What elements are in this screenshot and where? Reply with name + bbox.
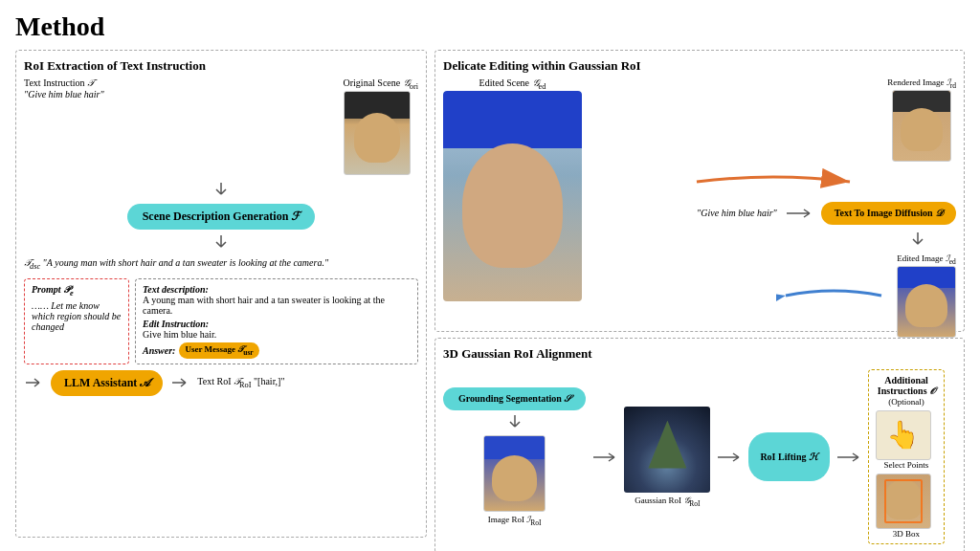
roi-lifting-box: RoI Lifting ℋ (748, 432, 830, 481)
bottom-right-panel: 3D Gaussian RoI Alignment Grounding Segm… (434, 338, 965, 551)
user-message-box: Text description: A young man with short… (135, 278, 418, 364)
select-points-label: Select Points (876, 460, 937, 470)
text-desc-content: A young man with short hair and a tan sw… (143, 295, 411, 316)
original-scene-image (344, 91, 411, 175)
box-3d-block: 3D Box (876, 474, 937, 539)
edited-image-label: Edited Image ℐed (897, 253, 956, 266)
text-to-image-box: Text To Image Diffusion 𝒟 (821, 202, 956, 225)
additional-label: Additional (876, 375, 937, 386)
arrow-down-1 (24, 181, 418, 200)
edited-image-row: Edited Image ℐed (590, 253, 956, 338)
right-panel: Delicate Editing within Gaussian RoI Edi… (434, 50, 965, 538)
bottom-right-section-title: 3D Gaussian RoI Alignment (443, 346, 956, 362)
left-panel: RoI Extraction of Text Instruction Text … (15, 50, 427, 538)
rendered-image-block: Rendered Image ℐrd (887, 77, 956, 162)
image-roi-image (483, 435, 546, 512)
orange-arrow-block (590, 167, 956, 196)
edited-scene-image (443, 91, 582, 301)
user-message-label: User Message 𝒯usr (179, 342, 258, 359)
answer-bold: Answer: (143, 345, 175, 356)
left-section-title: RoI Extraction of Text Instruction (24, 58, 418, 74)
llm-assistant-box: LLM Assistant 𝒜 (51, 370, 163, 396)
top-right-content: Edited Scene 𝒢ed Rendered Image ℐrd (443, 77, 956, 323)
prompt-label: Prompt 𝒫e (32, 284, 122, 298)
prompt-text: …… Let me know which region should be ch… (32, 300, 122, 332)
box-3d-image (876, 474, 931, 529)
text-instruction-label: Text Instruction 𝒯 (24, 77, 104, 89)
give-blue-hair-text: "Give him blue hair" (697, 208, 777, 218)
original-scene-label: Original Scene 𝒢ori (344, 77, 418, 91)
arrow-down-2 (24, 233, 418, 253)
gaussian-roi-block: Gaussian RoI 𝒢RoI (624, 407, 710, 508)
rendered-image-label: Rendered Image ℐrd (887, 77, 956, 90)
top-right-section-title: Delicate Editing within Gaussian RoI (443, 58, 956, 74)
grounding-seg-box: Grounding Segmentation 𝒮 (443, 387, 586, 410)
text-roi-label: Text RoI 𝒯RoI "[hair,]" (197, 376, 284, 389)
page-container: Method RoI Extraction of Text Instructio… (0, 0, 980, 551)
image-roi-label: Image RoI ℐRoI (488, 515, 542, 527)
select-points-image (876, 410, 931, 460)
text-instruction-block: Text Instruction 𝒯 "Give him blue hair" (24, 77, 104, 99)
main-layout: RoI Extraction of Text Instruction Text … (15, 50, 965, 538)
prompt-box: Prompt 𝒫e …… Let me know which region sh… (24, 278, 129, 364)
text-instruction-example: "Give him blue hair" (24, 89, 104, 99)
gaussian-roi-image (624, 407, 710, 493)
edit-instr-content: Give him blue hair. (143, 329, 411, 340)
desc-text: 𝒯dsc "A young man with short hair and a … (24, 256, 418, 273)
additional-instructions-block: Additional Instructions 𝒪 (Optional) Sel… (868, 369, 945, 544)
optional-label: (Optional) (876, 397, 937, 407)
rendered-image (892, 90, 951, 162)
scene-desc-box: Scene Description Generation ℱ (127, 204, 316, 230)
diffusion-row: "Give him blue hair" Text To Image Diffu… (590, 202, 956, 225)
scene-desc-block: Scene Description Generation ℱ (24, 204, 418, 230)
arrow-down-diffusion (590, 231, 927, 250)
edit-instr-bold: Edit Instruction: (143, 319, 411, 329)
right-side-block: Rendered Image ℐrd (590, 77, 956, 323)
edited-scene-block: Edited Scene 𝒢ed (443, 77, 582, 323)
select-points-block: Select Points (876, 410, 937, 470)
lp-top-row: Text Instruction 𝒯 "Give him blue hair" … (24, 77, 418, 175)
edited-scene-label: Edited Scene 𝒢ed (479, 77, 546, 91)
top-right-panel: Delicate Editing within Gaussian RoI Edi… (434, 50, 965, 332)
edited-image-block: Edited Image ℐed (897, 253, 956, 338)
rendered-row: Rendered Image ℐrd (590, 77, 956, 162)
gaussian-roi-label: Gaussian RoI 𝒢RoI (635, 496, 700, 508)
instructions-label: Instructions 𝒪 (876, 386, 937, 397)
edited-image (897, 266, 956, 338)
llm-row: LLM Assistant 𝒜 Text RoI 𝒯RoI "[hair,]" (24, 370, 418, 396)
box-3d-label: 3D Box (876, 529, 937, 539)
grounding-seg-block: Grounding Segmentation 𝒮 Image RoI ℐRoI (443, 387, 586, 527)
page-title: Method (15, 11, 965, 42)
message-area: Prompt 𝒫e …… Let me know which region sh… (24, 278, 418, 364)
text-desc-bold: Text description: (143, 284, 411, 295)
original-scene-block: Original Scene 𝒢ori (344, 77, 418, 175)
bottom-right-content: Grounding Segmentation 𝒮 Image RoI ℐRoI … (443, 369, 956, 544)
